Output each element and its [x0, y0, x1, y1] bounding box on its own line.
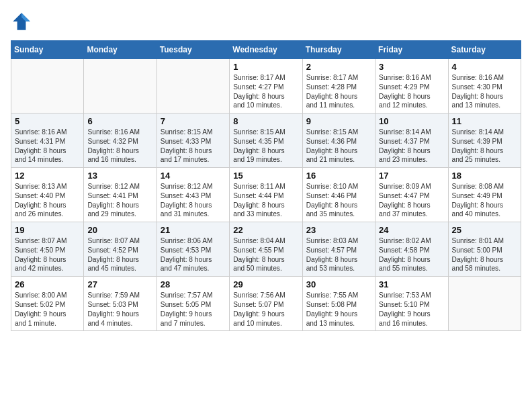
day-number: 25 — [452, 225, 517, 235]
calendar-cell: 6Sunrise: 8:16 AM Sunset: 4:32 PM Daylig… — [84, 113, 157, 168]
weekday-header-friday: Friday — [375, 41, 448, 59]
day-detail: Sunrise: 8:00 AM Sunset: 5:02 PM Dayligh… — [15, 291, 80, 328]
calendar-cell: 9Sunrise: 8:15 AM Sunset: 4:36 PM Daylig… — [302, 113, 375, 168]
calendar-cell: 3Sunrise: 8:16 AM Sunset: 4:29 PM Daylig… — [375, 59, 448, 113]
calendar-cell: 13Sunrise: 8:12 AM Sunset: 4:41 PM Dayli… — [84, 168, 157, 222]
day-number: 9 — [306, 116, 371, 126]
calendar-cell: 30Sunrise: 7:55 AM Sunset: 5:08 PM Dayli… — [302, 277, 375, 331]
day-number: 7 — [161, 116, 226, 126]
day-detail: Sunrise: 8:04 AM Sunset: 4:55 PM Dayligh… — [233, 236, 298, 273]
calendar-cell: 10Sunrise: 8:14 AM Sunset: 4:37 PM Dayli… — [375, 113, 448, 168]
day-number: 20 — [87, 225, 152, 235]
day-detail: Sunrise: 7:56 AM Sunset: 5:07 PM Dayligh… — [233, 291, 298, 328]
weekday-header-wednesday: Wednesday — [230, 41, 302, 59]
day-detail: Sunrise: 8:13 AM Sunset: 4:40 PM Dayligh… — [15, 182, 80, 219]
calendar-cell: 29Sunrise: 7:56 AM Sunset: 5:07 PM Dayli… — [230, 277, 302, 331]
calendar-week-2: 5Sunrise: 8:16 AM Sunset: 4:31 PM Daylig… — [11, 113, 521, 168]
day-number: 17 — [379, 171, 444, 181]
weekday-header-sunday: Sunday — [11, 41, 84, 59]
calendar-cell: 23Sunrise: 8:03 AM Sunset: 4:57 PM Dayli… — [302, 222, 375, 277]
day-number: 1 — [233, 62, 298, 72]
day-number: 12 — [15, 171, 80, 181]
day-number: 16 — [306, 171, 371, 181]
calendar-cell: 17Sunrise: 8:09 AM Sunset: 4:47 PM Dayli… — [375, 168, 448, 222]
day-detail: Sunrise: 8:15 AM Sunset: 4:36 PM Dayligh… — [306, 128, 371, 165]
logo-icon — [11, 11, 32, 32]
day-detail: Sunrise: 8:17 AM Sunset: 4:28 PM Dayligh… — [306, 73, 371, 110]
calendar-cell: 21Sunrise: 8:06 AM Sunset: 4:53 PM Dayli… — [157, 222, 229, 277]
day-detail: Sunrise: 8:10 AM Sunset: 4:46 PM Dayligh… — [306, 182, 371, 219]
page-header — [11, 11, 521, 32]
day-detail: Sunrise: 7:55 AM Sunset: 5:08 PM Dayligh… — [306, 291, 371, 328]
day-number: 22 — [233, 225, 298, 235]
calendar-cell: 19Sunrise: 8:07 AM Sunset: 4:50 PM Dayli… — [11, 222, 84, 277]
calendar-cell: 26Sunrise: 8:00 AM Sunset: 5:02 PM Dayli… — [11, 277, 84, 331]
calendar-cell: 31Sunrise: 7:53 AM Sunset: 5:10 PM Dayli… — [375, 277, 448, 331]
calendar-cell: 20Sunrise: 8:07 AM Sunset: 4:52 PM Dayli… — [84, 222, 157, 277]
day-number: 18 — [452, 171, 517, 181]
weekday-header-thursday: Thursday — [302, 41, 375, 59]
calendar-cell: 4Sunrise: 8:16 AM Sunset: 4:30 PM Daylig… — [448, 59, 521, 113]
day-detail: Sunrise: 8:02 AM Sunset: 4:58 PM Dayligh… — [379, 236, 444, 273]
day-number: 11 — [452, 116, 517, 126]
day-detail: Sunrise: 8:14 AM Sunset: 4:37 PM Dayligh… — [379, 128, 444, 165]
calendar-cell: 8Sunrise: 8:15 AM Sunset: 4:35 PM Daylig… — [230, 113, 302, 168]
day-number: 8 — [233, 116, 298, 126]
day-number: 15 — [233, 171, 298, 181]
day-detail: Sunrise: 7:59 AM Sunset: 5:03 PM Dayligh… — [87, 291, 152, 328]
calendar-cell: 2Sunrise: 8:17 AM Sunset: 4:28 PM Daylig… — [302, 59, 375, 113]
calendar-cell: 1Sunrise: 8:17 AM Sunset: 4:27 PM Daylig… — [230, 59, 302, 113]
calendar-cell: 18Sunrise: 8:08 AM Sunset: 4:49 PM Dayli… — [448, 168, 521, 222]
calendar-cell: 14Sunrise: 8:12 AM Sunset: 4:43 PM Dayli… — [157, 168, 229, 222]
calendar-cell: 7Sunrise: 8:15 AM Sunset: 4:33 PM Daylig… — [157, 113, 229, 168]
day-number: 29 — [233, 279, 298, 289]
day-detail: Sunrise: 8:08 AM Sunset: 4:49 PM Dayligh… — [452, 182, 517, 219]
weekday-header-monday: Monday — [84, 41, 157, 59]
calendar-cell — [84, 59, 157, 113]
day-detail: Sunrise: 8:07 AM Sunset: 4:50 PM Dayligh… — [15, 236, 80, 273]
day-number: 14 — [161, 171, 226, 181]
calendar-cell: 11Sunrise: 8:14 AM Sunset: 4:39 PM Dayli… — [448, 113, 521, 168]
calendar-cell — [448, 277, 521, 331]
day-detail: Sunrise: 8:15 AM Sunset: 4:33 PM Dayligh… — [161, 128, 226, 165]
calendar-week-5: 26Sunrise: 8:00 AM Sunset: 5:02 PM Dayli… — [11, 277, 521, 331]
day-detail: Sunrise: 8:09 AM Sunset: 4:47 PM Dayligh… — [379, 182, 444, 219]
calendar-cell: 28Sunrise: 7:57 AM Sunset: 5:05 PM Dayli… — [157, 277, 229, 331]
calendar-cell: 24Sunrise: 8:02 AM Sunset: 4:58 PM Dayli… — [375, 222, 448, 277]
day-number: 26 — [15, 279, 80, 289]
calendar-cell: 27Sunrise: 7:59 AM Sunset: 5:03 PM Dayli… — [84, 277, 157, 331]
calendar-cell: 5Sunrise: 8:16 AM Sunset: 4:31 PM Daylig… — [11, 113, 84, 168]
day-detail: Sunrise: 8:01 AM Sunset: 5:00 PM Dayligh… — [452, 236, 517, 273]
day-number: 27 — [87, 279, 152, 289]
day-number: 19 — [15, 225, 80, 235]
day-detail: Sunrise: 8:16 AM Sunset: 4:30 PM Dayligh… — [452, 73, 517, 110]
day-number: 24 — [379, 225, 444, 235]
day-detail: Sunrise: 8:06 AM Sunset: 4:53 PM Dayligh… — [161, 236, 226, 273]
calendar-week-1: 1Sunrise: 8:17 AM Sunset: 4:27 PM Daylig… — [11, 59, 521, 113]
day-number: 21 — [161, 225, 226, 235]
day-number: 6 — [87, 116, 152, 126]
day-number: 30 — [306, 279, 371, 289]
logo — [11, 11, 35, 32]
day-detail: Sunrise: 8:14 AM Sunset: 4:39 PM Dayligh… — [452, 128, 517, 165]
day-number: 23 — [306, 225, 371, 235]
day-detail: Sunrise: 8:16 AM Sunset: 4:31 PM Dayligh… — [15, 128, 80, 165]
calendar-cell: 16Sunrise: 8:10 AM Sunset: 4:46 PM Dayli… — [302, 168, 375, 222]
calendar-table: SundayMondayTuesdayWednesdayThursdayFrid… — [11, 40, 521, 331]
weekday-header-saturday: Saturday — [448, 41, 521, 59]
day-detail: Sunrise: 8:17 AM Sunset: 4:27 PM Dayligh… — [233, 73, 298, 110]
day-detail: Sunrise: 8:03 AM Sunset: 4:57 PM Dayligh… — [306, 236, 371, 273]
calendar-cell: 12Sunrise: 8:13 AM Sunset: 4:40 PM Dayli… — [11, 168, 84, 222]
day-detail: Sunrise: 8:07 AM Sunset: 4:52 PM Dayligh… — [87, 236, 152, 273]
weekday-header-tuesday: Tuesday — [157, 41, 229, 59]
calendar-cell: 22Sunrise: 8:04 AM Sunset: 4:55 PM Dayli… — [230, 222, 302, 277]
calendar-cell: 15Sunrise: 8:11 AM Sunset: 4:44 PM Dayli… — [230, 168, 302, 222]
day-number: 31 — [379, 279, 444, 289]
calendar-cell — [11, 59, 84, 113]
day-detail: Sunrise: 8:12 AM Sunset: 4:41 PM Dayligh… — [87, 182, 152, 219]
day-detail: Sunrise: 7:53 AM Sunset: 5:10 PM Dayligh… — [379, 291, 444, 328]
day-detail: Sunrise: 8:15 AM Sunset: 4:35 PM Dayligh… — [233, 128, 298, 165]
day-detail: Sunrise: 7:57 AM Sunset: 5:05 PM Dayligh… — [161, 291, 226, 328]
day-number: 5 — [15, 116, 80, 126]
calendar-week-4: 19Sunrise: 8:07 AM Sunset: 4:50 PM Dayli… — [11, 222, 521, 277]
